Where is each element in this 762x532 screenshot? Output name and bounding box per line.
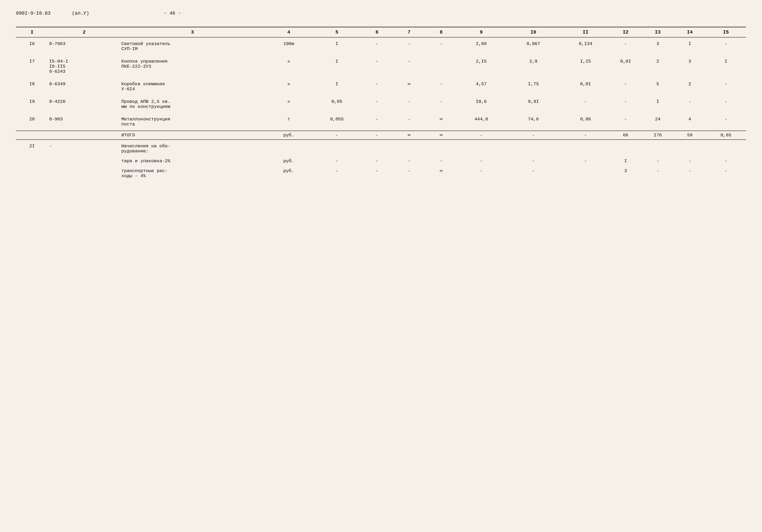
row-col14: 3 [674, 55, 706, 78]
row-id: I6 [16, 37, 48, 55]
col-header-7: 7 [393, 27, 425, 37]
table-row: тара и упаковка-2% руб. - - - - - - - I … [16, 158, 746, 165]
main-table: I 2 3 4 5 6 7 8 9 I0 II I2 I3 I4 I5 I6 8… [16, 27, 746, 182]
row-col12: 0,0I [610, 55, 642, 78]
row-col10: 9,9I [505, 96, 562, 113]
row-col8: - [425, 158, 457, 165]
row-col9: - [457, 158, 505, 165]
row-col12: - [610, 113, 642, 131]
row-col6: - [361, 96, 393, 113]
row-code: 8-6349 [48, 78, 120, 96]
row-col7: - [393, 158, 425, 165]
row-col11: 0,0I [562, 78, 610, 96]
row-col10: - [505, 165, 562, 182]
row-col6: - [361, 78, 393, 96]
total-col13: I76 [642, 131, 674, 140]
total-label: ИТОГО [120, 131, 265, 140]
row-col6: - [361, 165, 393, 182]
column-header-row: I 2 3 4 5 6 7 8 9 I0 II I2 I3 I4 I5 [16, 27, 746, 37]
col-header-14: I4 [674, 27, 706, 37]
row-id: 2I [16, 140, 48, 158]
total-col10: - [505, 131, 562, 140]
row-col8: ∞ [425, 165, 457, 182]
row-col6: - [361, 113, 393, 131]
row-col11: I,I5 [562, 55, 610, 78]
table-row: 2I - Начисления на обо-рудование: [16, 140, 746, 158]
row-code [48, 165, 120, 182]
row-col10: - [505, 158, 562, 165]
row-col14: 2 [674, 78, 706, 96]
row-unit: » [265, 78, 313, 96]
row-col5: I [313, 55, 361, 78]
total-col12: 66 [610, 131, 642, 140]
row-desc: Провод АПВ 2,5 кв.мм по конструкциям [120, 96, 265, 113]
row-col9: 2,I5 [457, 55, 505, 78]
col-header-1: I [16, 27, 48, 37]
row-col7: ∞ [393, 78, 425, 96]
row-col7: - [393, 113, 425, 131]
col-header-10: I0 [505, 27, 562, 37]
row-code: 8-7063 [48, 37, 120, 55]
row-code: 8-4226 [48, 96, 120, 113]
row-col9: 4,57 [457, 78, 505, 96]
col-header-15: I5 [706, 27, 746, 37]
row-col13: 5 [642, 78, 674, 96]
row-col6: - [361, 55, 393, 78]
row-col7: - [393, 37, 425, 55]
row-col13: 3 [642, 37, 674, 55]
row-col9: 444,0 [457, 113, 505, 131]
page-number: - 46 - [164, 11, 181, 16]
document-header: 090I-9-I0.83 (ал.У) - 46 - [16, 11, 746, 16]
row-col7: - [393, 55, 425, 78]
total-col9: - [457, 131, 505, 140]
col-header-12: I2 [610, 27, 642, 37]
row-unit: т [265, 113, 313, 131]
row-col13: - [642, 165, 674, 182]
row-col15: - [706, 78, 746, 96]
total-col7: ∞ [393, 131, 425, 140]
table-row: транспортные рас-ходы - 4% руб. - - - ∞ … [16, 165, 746, 182]
row-id [16, 165, 48, 182]
row-col10: 74,6 [505, 113, 562, 131]
row-desc: Кнопка управленияПКЕ-222-2У3 [120, 55, 265, 78]
row-col12: - [610, 96, 642, 113]
total-id [16, 131, 48, 140]
row-col8: ∞ [425, 113, 457, 131]
row-col5: - [313, 158, 361, 165]
row-col8 [425, 55, 457, 78]
row-col11: - [562, 158, 610, 165]
col-header-2: 2 [48, 27, 120, 37]
col-header-4: 4 [265, 27, 313, 37]
total-col8: ∞ [425, 131, 457, 140]
row-desc: Металлоконструкцияпоста [120, 113, 265, 131]
row-col5: I [313, 37, 361, 55]
row-col4: руб. [265, 165, 313, 182]
row-col5: 0,05 [313, 96, 361, 113]
row-col8: - [425, 78, 457, 96]
doc-number: 090I-9-I0.83 [16, 11, 51, 16]
row-col12: - [610, 37, 642, 55]
row-col6: - [361, 37, 393, 55]
row-desc: тара и упаковка-2% [120, 158, 265, 165]
table-row: 20 8-903 Металлоконструкцияпоста т 0,055… [16, 113, 746, 131]
unit: (ал.У) [72, 11, 89, 16]
row-col14: 4 [674, 113, 706, 131]
col-header-8: 8 [425, 27, 457, 37]
table-row: I6 8-7063 Световой указательСУП-IМ 100м … [16, 37, 746, 55]
row-desc: Начисления на обо-рудование: [120, 140, 265, 158]
row-col13: I [642, 96, 674, 113]
row-col15: I [706, 55, 746, 78]
total-col15: 0,65 [706, 131, 746, 140]
row-col12: 3 [610, 165, 642, 182]
row-code [48, 158, 120, 165]
row-col5: I [313, 78, 361, 96]
total-code [48, 131, 120, 140]
row-col15: - [706, 96, 746, 113]
table-row: I8 8-6349 Коробка клеммнаяУ-6I4 » I - ∞ … [16, 78, 746, 96]
row-desc: Световой указательСУП-IМ [120, 37, 265, 55]
row-col11: 0,86 [562, 113, 610, 131]
row-col11: 0,I34 [562, 37, 610, 55]
row-code: - [48, 140, 120, 158]
row-col5: 0,055 [313, 113, 361, 131]
total-col4: руб. [265, 131, 313, 140]
